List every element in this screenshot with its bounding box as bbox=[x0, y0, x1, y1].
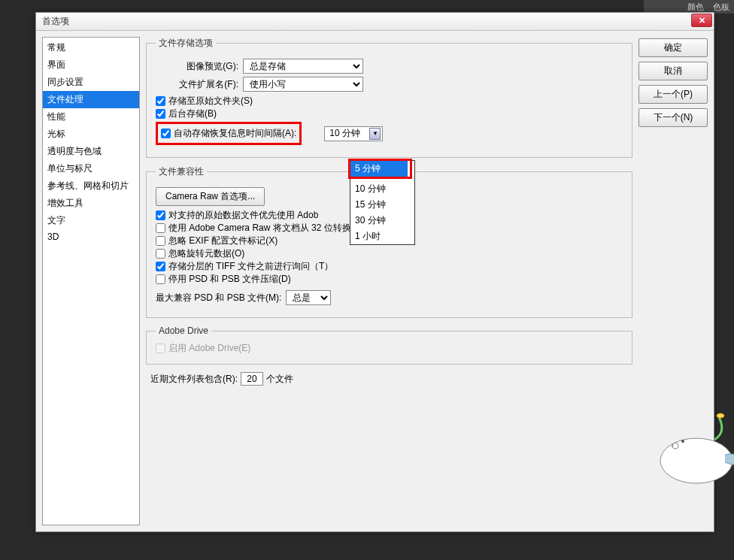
sidebar-item[interactable]: 文件处理 bbox=[43, 91, 139, 108]
background-save-checkbox[interactable]: 后台存储(B) bbox=[156, 107, 623, 120]
sidebar-item[interactable]: 3D bbox=[43, 229, 139, 244]
auto-save-highlight: 自动存储恢复信息时间间隔(A): bbox=[156, 122, 302, 145]
recent-files-input[interactable] bbox=[241, 372, 263, 386]
disable-compression-checkbox[interactable]: 停用 PSD 和 PSB 文件压缩(D) bbox=[156, 273, 623, 286]
save-original-folder-checkbox[interactable]: 存储至原始文件夹(S) bbox=[156, 95, 623, 107]
dropdown-option[interactable]: 1 小时 bbox=[350, 229, 414, 244]
category-sidebar: 常规界面同步设置文件处理性能光标透明度与色域单位与标尺参考线、网格和切片增效工具… bbox=[42, 37, 140, 525]
background-save-input[interactable] bbox=[156, 109, 165, 119]
sidebar-item[interactable]: 透明度与色域 bbox=[43, 143, 139, 160]
svg-point-1 bbox=[672, 443, 678, 449]
sidebar-item[interactable]: 界面 bbox=[43, 56, 139, 74]
group-file-storage: 文件存储选项 图像预览(G): 总是存储 文件扩展名(F): 使用小写 bbox=[146, 37, 632, 158]
svg-point-3 bbox=[717, 413, 724, 418]
sidebar-item[interactable]: 增效工具 bbox=[43, 195, 139, 212]
dropdown-option[interactable]: 10 分钟 bbox=[350, 181, 414, 197]
dropdown-option[interactable]: 30 分钟 bbox=[350, 213, 414, 229]
ok-button[interactable]: 确定 bbox=[638, 38, 708, 57]
disable-compression-input[interactable] bbox=[156, 274, 165, 284]
sidebar-item[interactable]: 常规 bbox=[43, 39, 139, 56]
cancel-button[interactable]: 取消 bbox=[638, 62, 708, 80]
sidebar-item[interactable]: 光标 bbox=[43, 126, 139, 143]
enable-drive-checkbox: 启用 Adobe Drive(E) bbox=[156, 342, 623, 355]
camera-raw-prefs-button[interactable]: Camera Raw 首选项... bbox=[156, 187, 265, 206]
sidebar-item[interactable]: 参考线、网格和切片 bbox=[43, 177, 139, 195]
ignore-rotation-input[interactable] bbox=[156, 249, 165, 259]
auto-save-interval-select[interactable]: 10 分钟 ▼ bbox=[324, 126, 383, 141]
group-adobe-drive-legend: Adobe Drive bbox=[156, 325, 211, 336]
auto-save-interval-dropdown[interactable]: 5 分钟 10 分钟 15 分钟 30 分钟 1 小时 bbox=[350, 160, 415, 245]
image-preview-label: 图像预览(G): bbox=[156, 60, 238, 73]
ask-tiff-input[interactable] bbox=[156, 262, 165, 271]
group-adobe-drive: Adobe Drive 启用 Adobe Drive(E) bbox=[146, 325, 632, 365]
next-button[interactable]: 下一个(N) bbox=[638, 108, 708, 127]
auto-save-checkbox[interactable]: 自动存储恢复信息时间间隔(A): bbox=[159, 124, 298, 143]
enable-drive-input bbox=[156, 344, 165, 353]
recent-files-label: 近期文件列表包含(R): bbox=[150, 373, 238, 386]
recent-files-row: 近期文件列表包含(R): 个文件 bbox=[146, 372, 632, 386]
recent-files-suffix: 个文件 bbox=[266, 373, 293, 386]
ignore-rotation-checkbox[interactable]: 忽略旋转元数据(O) bbox=[156, 247, 623, 260]
dropdown-highlight: 5 分钟 bbox=[348, 159, 412, 179]
dialog-title: 首选项 bbox=[39, 15, 69, 28]
prefer-raw-input[interactable] bbox=[156, 210, 165, 220]
file-extension-label: 文件扩展名(F): bbox=[156, 78, 238, 91]
preferences-dialog: 首选项 ✕ 常规界面同步设置文件处理性能光标透明度与色域单位与标尺参考线、网格和… bbox=[35, 12, 714, 532]
file-extension-select[interactable]: 使用小写 bbox=[243, 77, 363, 92]
sidebar-item[interactable]: 单位与标尺 bbox=[43, 160, 139, 177]
dropdown-option[interactable]: 15 分钟 bbox=[350, 197, 414, 213]
image-preview-select[interactable]: 总是存储 bbox=[243, 59, 363, 74]
max-compat-select[interactable]: 总是 bbox=[286, 290, 331, 305]
ask-tiff-checkbox[interactable]: 存储分层的 TIFF 文件之前进行询问（T） bbox=[156, 260, 623, 273]
mascot-illustration bbox=[651, 410, 734, 485]
group-file-compat-legend: 文件兼容性 bbox=[156, 165, 207, 178]
svg-point-2 bbox=[681, 440, 684, 443]
dropdown-arrow-icon: ▼ bbox=[369, 128, 381, 140]
sidebar-item[interactable]: 文字 bbox=[43, 212, 139, 229]
dialog-close-button[interactable]: ✕ bbox=[691, 14, 712, 27]
max-compat-label: 最大兼容 PSD 和 PSB 文件(M): bbox=[156, 292, 281, 304]
group-file-storage-legend: 文件存储选项 bbox=[156, 37, 216, 50]
svg-point-0 bbox=[660, 438, 732, 483]
prev-button[interactable]: 上一个(P) bbox=[638, 85, 708, 104]
sidebar-item[interactable]: 性能 bbox=[43, 108, 139, 126]
sidebar-item[interactable]: 同步设置 bbox=[43, 74, 139, 91]
ignore-exif-input[interactable] bbox=[156, 236, 165, 246]
dropdown-option[interactable]: 5 分钟 bbox=[350, 161, 408, 177]
use-32bit-input[interactable] bbox=[156, 223, 165, 233]
dialog-titlebar[interactable]: 首选项 ✕ bbox=[36, 13, 714, 31]
save-original-folder-input[interactable] bbox=[156, 96, 165, 106]
auto-save-input[interactable] bbox=[161, 129, 171, 138]
